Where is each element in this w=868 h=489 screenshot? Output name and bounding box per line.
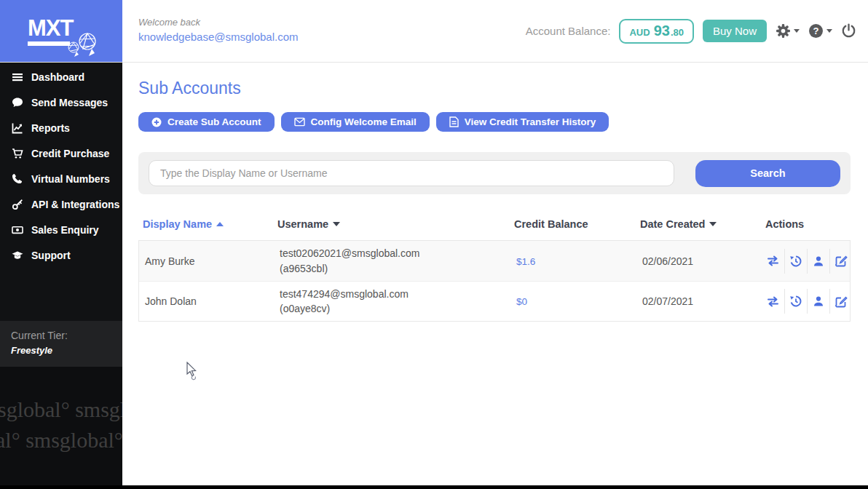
actions-cell <box>762 287 852 316</box>
sidebar: Dashboard Send Messages Reports Credit P… <box>0 63 122 485</box>
help-menu[interactable]: ? <box>808 23 832 39</box>
button-label: Config Welcome Email <box>311 116 417 127</box>
column-header-username[interactable]: Username <box>273 218 510 230</box>
username-id: (o0aye8cv) <box>280 301 510 316</box>
column-label: Credit Balance <box>514 218 588 230</box>
sidebar-item-reports[interactable]: Reports <box>0 115 122 140</box>
actions-cell <box>762 247 852 276</box>
table-header-row: Display Name Username Credit Balance Dat… <box>138 218 851 230</box>
sidebar-item-virtual-numbers[interactable]: Virtual Numbers <box>0 166 122 191</box>
bars-icon <box>11 71 23 83</box>
table-row: Amy Burke test02062021@smsglobal.com (a9… <box>139 241 850 281</box>
history-icon[interactable] <box>784 289 807 314</box>
watermark-line: smsglobal° smsglobal° smsglobal° <box>0 428 122 453</box>
credit-balance-cell: $1.6 <box>510 255 636 267</box>
user-icon[interactable] <box>807 289 829 314</box>
button-label: Create Sub Account <box>167 116 261 127</box>
transfer-credit-icon[interactable] <box>762 249 784 274</box>
chevron-down-icon <box>826 29 832 33</box>
chart-line-icon <box>11 122 23 134</box>
watermark-line: smsglobal° smsglobal° smsglobal° <box>0 397 122 422</box>
search-button[interactable]: Search <box>695 160 840 187</box>
transfer-credit-icon[interactable] <box>762 289 784 314</box>
graduation-cap-icon <box>11 250 23 261</box>
app-logo[interactable]: MXT <box>0 0 122 62</box>
sub-accounts-table: Amy Burke test02062021@smsglobal.com (a9… <box>138 240 851 322</box>
phone-icon <box>11 173 23 184</box>
username-cell: test02062021@smsglobal.com (a9653cbl) <box>274 246 510 276</box>
create-sub-account-button[interactable]: Create Sub Account <box>138 112 275 132</box>
column-label: Actions <box>765 218 804 230</box>
sidebar-item-label: Virtual Numbers <box>31 173 110 185</box>
display-name-cell: Amy Burke <box>139 255 274 267</box>
column-label: Username <box>277 218 328 230</box>
tier-value: Freestyle <box>11 345 111 356</box>
power-logout-icon[interactable] <box>841 23 856 39</box>
money-bill-icon <box>11 224 23 236</box>
date-created-cell: 02/06/2021 <box>636 255 762 267</box>
credit-balance-link[interactable]: $1.6 <box>516 256 535 267</box>
logo-speech-bubbles-icon <box>67 31 99 57</box>
column-header-date-created[interactable]: Date Created <box>636 218 761 230</box>
sidebar-item-support[interactable]: Support <box>0 242 122 268</box>
question-circle-icon: ? <box>808 23 824 39</box>
date-created-cell: 02/07/2021 <box>636 295 762 307</box>
history-icon[interactable] <box>784 249 807 274</box>
username-id: (a9653cbl) <box>280 261 510 276</box>
page-title: Sub Accounts <box>138 79 241 98</box>
sidebar-item-api-integrations[interactable]: API & Integrations <box>0 191 122 217</box>
envelope-icon <box>294 117 305 127</box>
chevron-down-icon <box>794 29 800 33</box>
column-header-display-name[interactable]: Display Name <box>138 218 273 230</box>
balance-currency: AUD <box>629 27 650 38</box>
account-balance-badge: AUD 93 .80 <box>619 19 694 44</box>
user-icon[interactable] <box>807 249 829 274</box>
sidebar-item-credit-purchase[interactable]: Credit Purchase <box>0 140 122 166</box>
current-tier-panel: Current Tier: Freestyle <box>0 321 122 367</box>
sort-desc-icon <box>333 222 340 226</box>
username-email: test02062021@smsglobal.com <box>280 246 510 261</box>
sidebar-item-label: Credit Purchase <box>31 148 109 159</box>
edit-icon[interactable] <box>829 249 852 274</box>
config-welcome-email-button[interactable]: Config Welcome Email <box>281 112 430 132</box>
credit-balance-link[interactable]: $0 <box>516 296 527 307</box>
bottom-window-edge <box>0 485 868 489</box>
account-email-link[interactable]: knowledgebase@smsglobal.com <box>138 31 299 43</box>
cart-icon <box>11 148 23 159</box>
account-balance-label: Account Balance: <box>526 25 611 37</box>
search-panel: Search <box>138 152 851 194</box>
file-icon <box>449 116 459 127</box>
tier-label: Current Tier: <box>11 330 111 341</box>
balance-cents: .80 <box>671 27 684 38</box>
sort-asc-icon <box>216 222 224 226</box>
sidebar-item-label: Sales Enquiry <box>31 224 99 236</box>
smsglobal-watermark: smsglobal° smsglobal° smsglobal° smsglob… <box>0 367 122 485</box>
credit-balance-cell: $0 <box>510 295 636 307</box>
settings-menu[interactable] <box>776 23 800 39</box>
column-header-actions: Actions <box>761 218 851 230</box>
column-header-credit-balance: Credit Balance <box>510 218 636 230</box>
gear-icon <box>776 23 791 39</box>
sort-desc-icon <box>709 222 717 226</box>
logo-underline <box>28 41 70 46</box>
buy-now-button[interactable]: Buy Now <box>703 20 767 42</box>
table-row: John Dolan test474294@smsglobal.com (o0a… <box>139 281 850 321</box>
edit-icon[interactable] <box>829 289 852 314</box>
svg-text:?: ? <box>813 25 818 36</box>
top-header: MXT Welcome back knowledgebase@smsglobal… <box>0 0 868 63</box>
comment-icon <box>11 97 23 108</box>
column-label: Display Name <box>143 218 212 230</box>
sidebar-item-label: Support <box>31 250 71 261</box>
search-input[interactable] <box>149 160 674 186</box>
sidebar-item-dashboard[interactable]: Dashboard <box>0 64 122 90</box>
sidebar-item-label: Send Messages <box>31 97 108 108</box>
username-email: test474294@smsglobal.com <box>280 287 510 301</box>
sidebar-item-send-messages[interactable]: Send Messages <box>0 90 122 115</box>
username-cell: test474294@smsglobal.com (o0aye8cv) <box>274 287 510 317</box>
sidebar-item-sales-enquiry[interactable]: Sales Enquiry <box>0 217 122 242</box>
view-credit-transfer-history-button[interactable]: View Credit Transfer History <box>436 112 609 132</box>
column-label: Date Created <box>640 218 705 230</box>
display-name-cell: John Dolan <box>139 295 274 307</box>
balance-amount: 93 <box>654 23 670 39</box>
key-icon <box>11 199 23 210</box>
